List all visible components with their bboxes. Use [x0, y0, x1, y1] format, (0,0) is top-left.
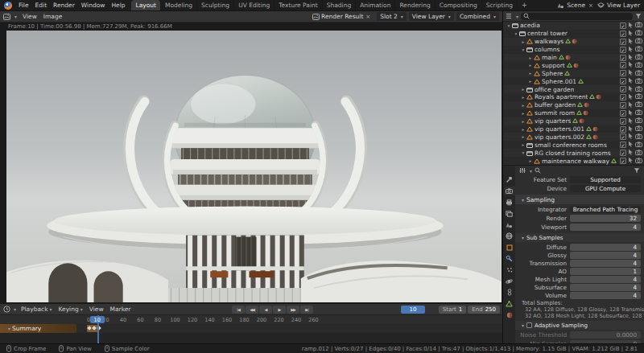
- render-visibility-toggle[interactable]: [635, 109, 642, 117]
- expand-icon[interactable]: ▸: [527, 71, 534, 76]
- end-frame-field[interactable]: End250: [468, 306, 500, 314]
- outliner-row-vip-quarters-001[interactable]: ▸vip quarters.001✓: [503, 125, 644, 133]
- selectable-toggle[interactable]: [628, 54, 634, 62]
- render-visibility-toggle[interactable]: [635, 117, 642, 125]
- exclude-checkbox[interactable]: ✓: [620, 102, 626, 109]
- properties-tab-tool[interactable]: [504, 175, 515, 184]
- render-visibility-toggle[interactable]: [635, 62, 642, 69]
- menu-image[interactable]: Image: [40, 11, 66, 22]
- workspace-tab-scripting[interactable]: Scripting: [482, 0, 518, 10]
- feature-set-dropdown[interactable]: Supported: [570, 176, 641, 183]
- transmission-samples-field[interactable]: 4: [570, 260, 641, 267]
- outliner-row-royals-apartment[interactable]: ▸Royals apartment✓: [503, 93, 644, 101]
- outliner-row-buffer-garden[interactable]: ▸buffer garden✓: [503, 101, 644, 109]
- properties-tab-object[interactable]: [504, 243, 515, 252]
- render-visibility-toggle[interactable]: [635, 93, 642, 101]
- render-visibility-toggle[interactable]: [635, 158, 642, 165]
- workspace-tab-rendering[interactable]: Rendering: [395, 0, 435, 10]
- outliner-row-maintenance-walkway[interactable]: ▸maintenance walkway✓: [503, 157, 644, 165]
- expand-icon[interactable]: ▸: [520, 119, 526, 124]
- properties-tab-particles[interactable]: [504, 265, 515, 274]
- render-visibility-toggle[interactable]: [635, 133, 642, 141]
- collapse-icon[interactable]: ▾: [520, 150, 526, 155]
- menu-help[interactable]: Help: [108, 0, 128, 10]
- outliner-row-central-tower[interactable]: ▾central tower✓: [503, 30, 644, 38]
- properties-tab-physics[interactable]: [504, 277, 515, 285]
- play-button[interactable]: ▶: [273, 306, 286, 314]
- workspace-tab-shading[interactable]: Shading: [323, 0, 356, 10]
- previous-keyframe-button[interactable]: ◀◀: [246, 306, 258, 314]
- menu-file[interactable]: File: [15, 0, 32, 10]
- exclude-checkbox[interactable]: ✓: [620, 55, 626, 61]
- exclude-checkbox[interactable]: ✓: [620, 70, 626, 76]
- workspace-tab-compositing[interactable]: Compositing: [436, 0, 482, 10]
- outliner-row-vip-quarters[interactable]: ▸vip quarters✓: [503, 117, 644, 125]
- exclude-checkbox[interactable]: ✓: [620, 23, 626, 29]
- exclude-checkbox[interactable]: ✓: [620, 86, 626, 92]
- noise-threshold-field[interactable]: 0.0000: [570, 331, 641, 339]
- image-editor-icon[interactable]: [3, 14, 10, 20]
- filter-icon[interactable]: [635, 13, 642, 19]
- expand-icon[interactable]: ▸: [520, 95, 526, 100]
- filter-icon[interactable]: [634, 167, 640, 174]
- outliner-row-acedia[interactable]: ▾acedia✓: [503, 22, 644, 30]
- exclude-checkbox[interactable]: ✓: [620, 118, 626, 125]
- volume-samples-field[interactable]: 4: [570, 292, 641, 299]
- selectable-toggle[interactable]: [628, 125, 634, 133]
- outliner-row-support[interactable]: ▸support✓: [503, 61, 644, 69]
- collapse-icon[interactable]: ▾: [513, 31, 519, 36]
- unlink-image-icon[interactable]: ×: [365, 14, 371, 20]
- expand-icon[interactable]: ▸: [527, 63, 534, 68]
- scene-unlink-icon[interactable]: ×: [588, 2, 594, 9]
- exclude-checkbox[interactable]: ✓: [620, 158, 626, 164]
- workspace-tab-sculpting[interactable]: Sculpting: [197, 0, 234, 10]
- selectable-toggle[interactable]: [628, 77, 634, 85]
- start-frame-field[interactable]: Start1: [439, 306, 467, 314]
- render-visibility-toggle[interactable]: [635, 150, 642, 157]
- render-visibility-toggle[interactable]: [635, 38, 642, 45]
- timeline-editor-icon[interactable]: [3, 306, 10, 313]
- workspace-tab-uv-editing[interactable]: UV Editing: [234, 0, 275, 10]
- outliner-row-sphere[interactable]: ▸Sphere✓: [503, 69, 644, 77]
- outliner-row-sphere-001[interactable]: ▸Sphere.001✓: [503, 77, 644, 85]
- play-reverse-button[interactable]: ◀: [259, 306, 272, 314]
- slot-dropdown[interactable]: Slot 2 ▾: [377, 12, 407, 21]
- collapse-icon[interactable]: ▾: [520, 47, 526, 52]
- menu-render[interactable]: Render: [50, 0, 78, 10]
- expand-icon[interactable]: ▸: [527, 79, 534, 84]
- glossy-samples-field[interactable]: 4: [570, 252, 641, 259]
- exclude-checkbox[interactable]: ✓: [620, 142, 626, 148]
- properties-tab-object-data[interactable]: [504, 299, 515, 308]
- selectable-toggle[interactable]: [628, 61, 634, 69]
- outliner-search-input[interactable]: [521, 13, 633, 20]
- render-visibility-toggle[interactable]: [635, 142, 642, 149]
- render-visibility-toggle[interactable]: [635, 30, 642, 37]
- timeline-tracks[interactable]: [0, 333, 502, 343]
- exclude-checkbox[interactable]: ✓: [620, 110, 626, 117]
- expand-icon[interactable]: ▸: [520, 142, 526, 147]
- selectable-toggle[interactable]: [628, 109, 634, 117]
- menu-keying[interactable]: Keying▾: [56, 304, 86, 314]
- sub-samples-panel-header[interactable]: ▾ Sub Samples: [515, 233, 644, 242]
- expand-icon[interactable]: ▸: [520, 111, 526, 116]
- menu-window[interactable]: Window: [78, 0, 109, 10]
- jump-to-end-button[interactable]: ▶|: [300, 306, 313, 314]
- exclude-checkbox[interactable]: ✓: [620, 150, 626, 156]
- selectable-toggle[interactable]: [628, 101, 634, 109]
- expand-icon[interactable]: ▸: [520, 127, 526, 132]
- selectable-toggle[interactable]: [628, 157, 634, 165]
- properties-tab-render[interactable]: [504, 187, 515, 195]
- view-layer-selector[interactable]: View Layer: [597, 2, 640, 9]
- properties-tab-scene[interactable]: [504, 220, 515, 229]
- device-dropdown[interactable]: GPU Compute: [570, 185, 641, 192]
- selectable-toggle[interactable]: [628, 22, 634, 30]
- render-visibility-toggle[interactable]: [635, 46, 642, 53]
- ao-samples-field[interactable]: 1: [570, 268, 641, 275]
- outliner-row-columns[interactable]: ▾columns✓: [503, 46, 644, 54]
- outliner-row-summit-room[interactable]: ▸summit room✓: [503, 109, 644, 117]
- current-frame-field[interactable]: 10: [401, 306, 425, 314]
- integrator-dropdown[interactable]: Branched Path Tracing: [570, 206, 641, 213]
- selectable-toggle[interactable]: [628, 85, 634, 93]
- blender-logo-icon[interactable]: [4, 2, 12, 10]
- properties-tab-world[interactable]: [504, 232, 515, 240]
